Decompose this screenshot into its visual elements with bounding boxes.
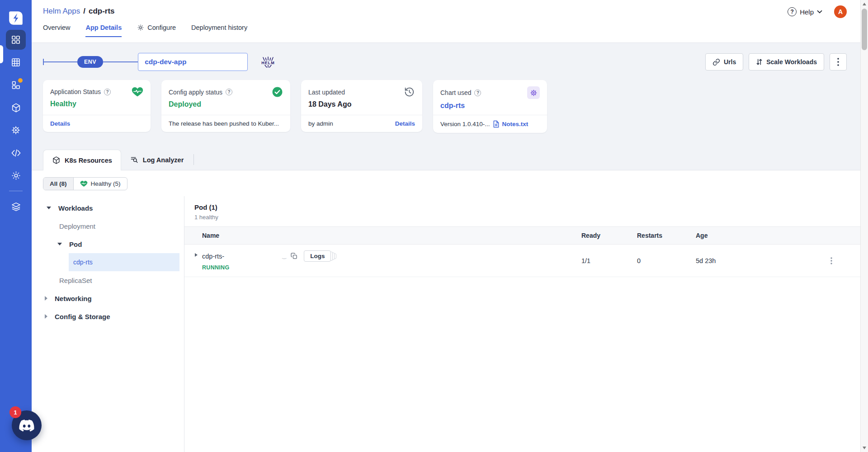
sidebar-item-applications[interactable] bbox=[6, 30, 26, 50]
scale-workloads-button[interactable]: Scale Workloads bbox=[749, 53, 824, 71]
tab-label: App Details bbox=[85, 24, 122, 31]
card-title: Config apply status bbox=[169, 89, 222, 96]
avatar[interactable]: A bbox=[834, 5, 847, 18]
details-link[interactable]: Details bbox=[395, 120, 415, 127]
page-scrollbar[interactable] bbox=[860, 0, 868, 452]
table-row[interactable]: cdp-rts- ‿ Logs bbox=[184, 245, 860, 277]
tab-label: K8s Resources bbox=[65, 157, 112, 164]
notes-link[interactable]: Notes.txt bbox=[502, 121, 528, 127]
breadcrumb-parent-link[interactable]: Helm Apps bbox=[43, 7, 80, 16]
helm-wheel-icon bbox=[10, 125, 21, 136]
application-status-card: Application Status ? Healthy Details bbox=[43, 80, 151, 132]
sidebar-item-settings[interactable] bbox=[6, 165, 26, 185]
logs-button-group: Logs bbox=[304, 250, 331, 262]
card-title: Chart used bbox=[440, 89, 471, 96]
logs-button[interactable]: Logs bbox=[304, 250, 331, 262]
copy-icon[interactable] bbox=[290, 252, 298, 260]
gear-icon bbox=[11, 170, 21, 181]
document-icon bbox=[493, 120, 500, 128]
scroll-down-arrow[interactable] bbox=[863, 447, 866, 449]
tab-deployment-history[interactable]: Deployment history bbox=[191, 24, 247, 37]
chevron-down-icon bbox=[817, 10, 822, 14]
info-icon[interactable]: ? bbox=[226, 89, 232, 95]
expand-caret-icon[interactable] bbox=[195, 253, 198, 257]
helm-logo-text: HELM bbox=[261, 61, 275, 65]
sidebar-item-code[interactable] bbox=[6, 143, 26, 163]
sidebar-item-resource-browser[interactable] bbox=[6, 98, 26, 118]
env-line bbox=[103, 61, 138, 62]
chart-version: Version 1.0.410-... bbox=[440, 121, 490, 127]
updated-by: by admin bbox=[308, 120, 333, 127]
filter-healthy[interactable]: Healthy (5) bbox=[74, 178, 127, 190]
discord-icon bbox=[19, 419, 34, 432]
details-link[interactable]: Details bbox=[50, 120, 70, 127]
chat-notification-badge: 1 bbox=[9, 406, 21, 418]
column-ready: Ready bbox=[581, 232, 637, 239]
tree-item-deployment[interactable]: Deployment bbox=[32, 217, 184, 235]
pod-ready: 1/1 bbox=[581, 257, 637, 264]
devtron-logo[interactable] bbox=[7, 9, 25, 27]
pod-table-title: Pod (1) bbox=[184, 203, 860, 211]
question-circle-icon: ? bbox=[788, 7, 797, 16]
discord-chat-button[interactable]: 1 bbox=[12, 410, 42, 440]
sidebar bbox=[0, 0, 32, 452]
sidebar-item-helm[interactable] bbox=[6, 120, 26, 140]
env-badge: ENV bbox=[77, 56, 103, 68]
column-age: Age bbox=[696, 232, 826, 239]
main-area: Helm Apps / cdp-rts Overview App Details… bbox=[32, 0, 868, 452]
scroll-up-arrow[interactable] bbox=[863, 3, 866, 5]
tab-log-analyzer[interactable]: Log Analyzer bbox=[121, 149, 193, 170]
row-kebab-icon[interactable] bbox=[826, 255, 837, 267]
sidebar-item-chart-store[interactable] bbox=[6, 75, 26, 95]
apps-grid-icon bbox=[11, 35, 21, 45]
env-line bbox=[44, 61, 77, 62]
tab-separator bbox=[193, 154, 194, 165]
gear-icon bbox=[137, 24, 144, 31]
tab-label: Overview bbox=[43, 24, 70, 31]
tree-item-config-storage[interactable]: Config & Storage bbox=[32, 307, 184, 325]
tree-item-pod[interactable]: Pod bbox=[32, 235, 184, 253]
sidebar-item-app-groups[interactable] bbox=[6, 52, 26, 72]
check-circle-icon bbox=[272, 86, 283, 98]
info-icon[interactable]: ? bbox=[474, 89, 481, 96]
sidebar-item-stacks[interactable] bbox=[6, 197, 26, 217]
breadcrumb-current: cdp-rts bbox=[89, 7, 115, 16]
more-actions-button[interactable] bbox=[830, 53, 847, 71]
config-apply-status-value: Deployed bbox=[169, 100, 283, 108]
tree-label: Pod bbox=[69, 240, 82, 248]
topbar: Helm Apps / cdp-rts Overview App Details… bbox=[32, 0, 860, 43]
scale-workloads-label: Scale Workloads bbox=[766, 58, 817, 66]
log-search-icon bbox=[130, 155, 139, 164]
tree-item-replicaset[interactable]: ReplicaSet bbox=[32, 271, 184, 289]
tab-configure[interactable]: Configure bbox=[137, 24, 176, 37]
card-title: Application Status bbox=[50, 88, 101, 95]
tree-item-workloads[interactable]: Workloads bbox=[32, 199, 184, 217]
app-name-value: cdp-dev-app bbox=[145, 58, 186, 66]
chart-used-link[interactable]: cdp-rts bbox=[440, 102, 540, 110]
tree-label: Workloads bbox=[58, 204, 93, 212]
tree-label: Deployment bbox=[59, 222, 95, 230]
pod-restarts: 0 bbox=[637, 257, 696, 264]
app-name-input[interactable]: cdp-dev-app bbox=[138, 53, 248, 71]
resource-tree: Workloads Deployment Pod cdp-rts bbox=[32, 196, 184, 452]
help-button[interactable]: ? Help bbox=[788, 7, 822, 16]
helm-logo: HELM bbox=[261, 56, 275, 68]
app-root: Helm Apps / cdp-rts Overview App Details… bbox=[0, 0, 868, 452]
tree-item-networking[interactable]: Networking bbox=[32, 289, 184, 307]
scale-arrows-icon bbox=[756, 58, 763, 66]
tab-overview[interactable]: Overview bbox=[43, 24, 70, 37]
tab-k8s-resources[interactable]: K8s Resources bbox=[43, 150, 121, 170]
scroll-thumb[interactable] bbox=[862, 9, 867, 50]
filter-row: All (8) Healthy (5) bbox=[32, 170, 860, 196]
pod-table-subtitle: 1 healthy bbox=[184, 211, 860, 226]
filter-all[interactable]: All (8) bbox=[43, 178, 74, 190]
content: ENV cdp-dev-app HELM Urls Scale Workload… bbox=[32, 43, 860, 452]
tree-item-cdp-rts-selected[interactable]: cdp-rts bbox=[69, 253, 179, 271]
info-icon[interactable]: ? bbox=[104, 89, 111, 95]
tree-label: Networking bbox=[55, 295, 92, 302]
tab-app-details[interactable]: App Details bbox=[85, 24, 122, 37]
caret-right-icon bbox=[45, 314, 47, 319]
urls-button[interactable]: Urls bbox=[705, 53, 743, 71]
tree-label: Config & Storage bbox=[55, 313, 110, 320]
env-bar: ENV cdp-dev-app HELM Urls Scale Workload… bbox=[32, 43, 860, 71]
